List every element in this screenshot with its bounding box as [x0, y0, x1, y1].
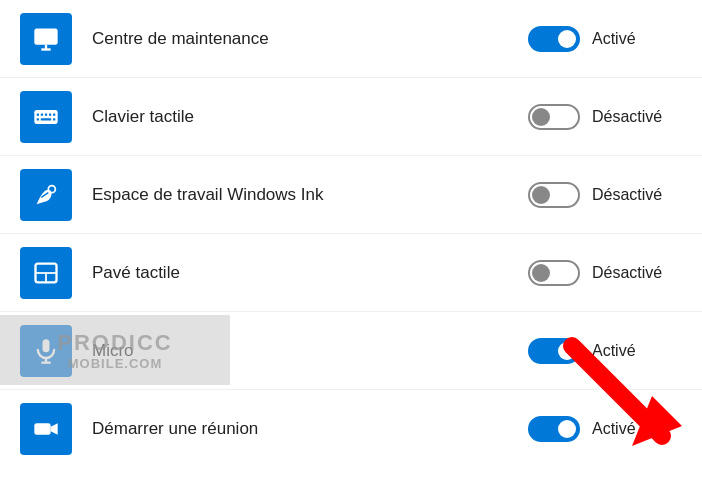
settings-item-windows-ink: Espace de travail Windows Ink Désactivé: [0, 156, 702, 234]
svg-rect-9: [37, 118, 39, 120]
toggle-windows-ink[interactable]: [528, 182, 580, 208]
svg-rect-7: [49, 113, 51, 115]
toggle-knob-demarrer-reunion: [558, 420, 576, 438]
toggle-area-micro: Activé: [528, 338, 682, 364]
svg-rect-5: [41, 113, 43, 115]
svg-point-12: [48, 185, 55, 192]
toggle-knob-centre-maintenance: [558, 30, 576, 48]
toggle-centre-maintenance[interactable]: [528, 26, 580, 52]
toggle-area-centre-maintenance: Activé: [528, 26, 682, 52]
label-pave-tactile: Pavé tactile: [92, 263, 528, 283]
icon-clavier-tactile: [20, 91, 72, 143]
settings-item-clavier-tactile: Clavier tactile Désactivé: [0, 78, 702, 156]
svg-rect-10: [41, 118, 52, 120]
svg-rect-11: [53, 118, 55, 120]
label-centre-maintenance: Centre de maintenance: [92, 29, 528, 49]
icon-windows-ink: [20, 169, 72, 221]
toggle-demarrer-reunion[interactable]: [528, 416, 580, 442]
settings-item-pave-tactile: Pavé tactile Désactivé: [0, 234, 702, 312]
svg-rect-17: [43, 339, 50, 352]
toggle-pave-tactile[interactable]: [528, 260, 580, 286]
toggle-area-pave-tactile: Désactivé: [528, 260, 682, 286]
toggle-area-windows-ink: Désactivé: [528, 182, 682, 208]
settings-item-micro: Micro Activé: [0, 312, 702, 390]
toggle-knob-clavier-tactile: [532, 108, 550, 126]
toggle-label-clavier-tactile: Désactivé: [592, 108, 682, 126]
svg-rect-0: [34, 28, 57, 44]
svg-rect-8: [53, 113, 55, 115]
icon-pave-tactile: [20, 247, 72, 299]
toggle-knob-windows-ink: [532, 186, 550, 204]
toggle-label-micro: Activé: [592, 342, 682, 360]
toggle-clavier-tactile[interactable]: [528, 104, 580, 130]
svg-rect-4: [37, 113, 39, 115]
toggle-area-clavier-tactile: Désactivé: [528, 104, 682, 130]
icon-demarrer-reunion: [20, 403, 72, 455]
toggle-label-demarrer-reunion: Activé: [592, 420, 682, 438]
toggle-knob-micro: [558, 342, 576, 360]
toggle-label-centre-maintenance: Activé: [592, 30, 682, 48]
toggle-knob-pave-tactile: [532, 264, 550, 282]
toggle-label-windows-ink: Désactivé: [592, 186, 682, 204]
label-micro: Micro: [92, 341, 528, 361]
settings-item-centre-maintenance: Centre de maintenance Activé: [0, 0, 702, 78]
settings-list: Centre de maintenance Activé Clavier tac…: [0, 0, 702, 468]
label-demarrer-reunion: Démarrer une réunion: [92, 419, 528, 439]
svg-rect-3: [34, 110, 57, 124]
settings-item-demarrer-reunion: Démarrer une réunion Activé: [0, 390, 702, 468]
svg-rect-20: [34, 423, 50, 435]
toggle-area-demarrer-reunion: Activé: [528, 416, 682, 442]
toggle-label-pave-tactile: Désactivé: [592, 264, 682, 282]
label-windows-ink: Espace de travail Windows Ink: [92, 185, 528, 205]
icon-micro: [20, 325, 72, 377]
svg-rect-6: [45, 113, 47, 115]
icon-centre-maintenance: [20, 13, 72, 65]
label-clavier-tactile: Clavier tactile: [92, 107, 528, 127]
toggle-micro[interactable]: [528, 338, 580, 364]
